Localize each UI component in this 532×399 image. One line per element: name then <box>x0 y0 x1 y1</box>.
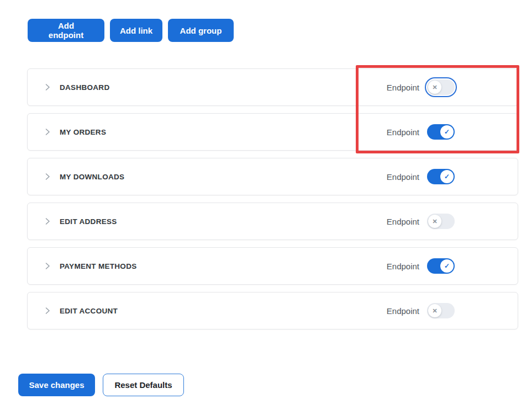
endpoint-label: EDIT ACCOUNT <box>60 307 118 315</box>
chevron-right-icon[interactable] <box>44 262 51 270</box>
chevron-right-icon[interactable] <box>44 83 51 91</box>
chevron-right-icon[interactable] <box>44 307 51 315</box>
endpoint-row[interactable]: PAYMENT METHODSEndpoint✓ <box>27 247 518 285</box>
x-icon: ✕ <box>428 304 441 317</box>
endpoint-type-label: Endpoint <box>387 217 419 226</box>
endpoint-type-label: Endpoint <box>387 172 419 182</box>
add-link-button[interactable]: Add link <box>110 19 162 42</box>
endpoint-toggle-off[interactable]: ✕ <box>427 214 455 229</box>
endpoint-type-label: Endpoint <box>387 83 419 92</box>
x-icon: ✕ <box>428 215 441 228</box>
endpoint-label: MY ORDERS <box>60 128 106 136</box>
endpoint-label: EDIT ADDRESS <box>60 217 117 226</box>
endpoint-row[interactable]: EDIT ACCOUNTEndpoint✕ <box>27 292 518 329</box>
endpoint-row[interactable]: EDIT ADDRESSEndpoint✕ <box>27 203 518 240</box>
reset-defaults-button[interactable]: Reset Defaults <box>103 374 184 396</box>
endpoint-type-label: Endpoint <box>387 127 419 137</box>
endpoint-row[interactable]: MY ORDERSEndpoint✓ <box>27 113 518 151</box>
add-group-button[interactable]: Add group <box>168 19 234 42</box>
endpoint-label: PAYMENT METHODS <box>60 262 137 270</box>
account-endpoints-settings-page: Add endpointAdd linkAdd group DASHBOARDE… <box>0 0 532 399</box>
endpoint-toggle-on[interactable]: ✓ <box>427 124 455 140</box>
endpoint-toggle-off[interactable]: ✕ <box>427 303 455 318</box>
endpoint-label: MY DOWNLOADS <box>60 173 124 181</box>
add-endpoint-button[interactable]: Add endpoint <box>28 19 104 42</box>
endpoint-toggle-on[interactable]: ✓ <box>427 258 455 274</box>
check-icon: ✓ <box>440 125 454 139</box>
toolbar: Add endpointAdd linkAdd group <box>28 19 234 42</box>
chevron-right-icon[interactable] <box>44 173 51 180</box>
endpoint-toggle-off[interactable]: ✕ <box>427 79 455 95</box>
save-changes-button[interactable]: Save changes <box>18 374 95 396</box>
x-icon: ✕ <box>428 81 441 94</box>
chevron-right-icon[interactable] <box>44 128 51 136</box>
endpoint-type-label: Endpoint <box>387 262 419 271</box>
endpoint-row[interactable]: DASHBOARDEndpoint✕ <box>27 68 518 106</box>
endpoint-list: DASHBOARDEndpoint✕MY ORDERSEndpoint✓MY D… <box>27 68 518 329</box>
check-icon: ✓ <box>440 170 454 183</box>
endpoint-row[interactable]: MY DOWNLOADSEndpoint✓ <box>27 158 518 195</box>
check-icon: ✓ <box>440 259 454 273</box>
footer-actions: Save changes Reset Defaults <box>18 374 184 396</box>
endpoint-type-label: Endpoint <box>387 306 419 316</box>
endpoint-label: DASHBOARD <box>60 83 109 92</box>
chevron-right-icon[interactable] <box>44 217 51 225</box>
endpoint-toggle-on[interactable]: ✓ <box>427 169 455 184</box>
